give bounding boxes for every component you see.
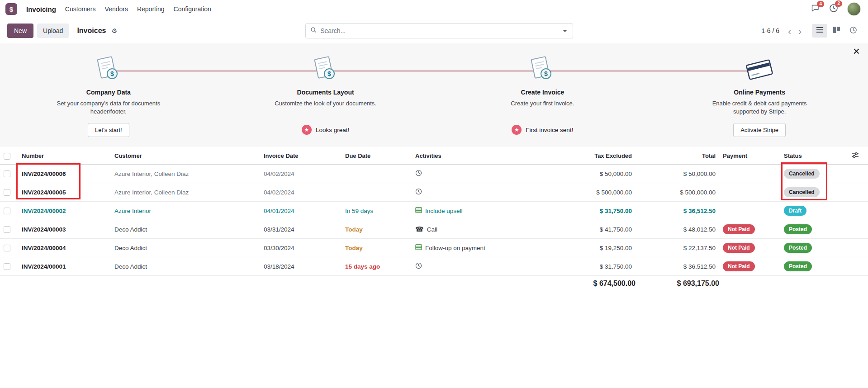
activate-stripe-button[interactable]: Activate Stripe bbox=[733, 123, 786, 137]
cell-invoice-date: 04/02/2024 bbox=[260, 183, 342, 202]
cell-activities[interactable]: ☎Call bbox=[412, 220, 525, 239]
cell-status: Cancelled bbox=[780, 183, 848, 202]
header-number[interactable]: Number bbox=[18, 147, 111, 165]
totals-row: $ 674,500.00 $ 693,175.00 bbox=[0, 276, 868, 291]
top-navbar: $ Invoicing Customers Vendors Reporting … bbox=[0, 0, 868, 18]
cell-activities[interactable]: Follow-up on payment bbox=[412, 239, 525, 257]
header-due-date[interactable]: Due Date bbox=[342, 147, 412, 165]
optional-columns-button[interactable] bbox=[848, 147, 868, 165]
kanban-view-button[interactable] bbox=[829, 24, 844, 38]
row-checkbox[interactable] bbox=[0, 183, 18, 202]
activities-badge: 2 bbox=[835, 0, 842, 7]
select-all-checkbox[interactable] bbox=[0, 147, 18, 165]
credit-card-icon bbox=[741, 52, 778, 84]
kanban-view-icon bbox=[833, 27, 840, 35]
cell-payment bbox=[719, 165, 780, 183]
table-row[interactable]: INV/2024/00004Deco Addict03/30/2024Today… bbox=[0, 239, 868, 257]
header-activities[interactable]: Activities bbox=[412, 147, 525, 165]
list-view-button[interactable] bbox=[812, 24, 827, 38]
cell-total: $ 36,512.50 bbox=[636, 202, 719, 220]
step-title: Documents Layout bbox=[297, 89, 354, 98]
upload-button[interactable]: Upload bbox=[37, 24, 69, 38]
table-row[interactable]: INV/2024/00006Azure Interior, Colleen Di… bbox=[0, 165, 868, 183]
table-row[interactable]: INV/2024/00003Deco Addict03/31/2024Today… bbox=[0, 220, 868, 239]
row-checkbox[interactable] bbox=[0, 239, 18, 257]
menu-customers[interactable]: Customers bbox=[65, 5, 96, 13]
svg-text:$: $ bbox=[327, 70, 331, 77]
cell-payment: Not Paid bbox=[719, 257, 780, 276]
close-icon[interactable]: × bbox=[853, 45, 860, 57]
search-input[interactable]: Search... bbox=[305, 23, 573, 38]
pager-next-button[interactable]: › bbox=[795, 26, 805, 36]
cell-tax-excluded: $ 500,000.00 bbox=[525, 183, 636, 202]
cell-total: $ 22,137.50 bbox=[636, 239, 719, 257]
pager-previous-button[interactable]: ‹ bbox=[785, 26, 794, 36]
search-dropdown-toggle[interactable] bbox=[557, 24, 573, 38]
header-status[interactable]: Status bbox=[780, 147, 848, 165]
messages-button[interactable]: 4 bbox=[811, 4, 820, 14]
cell-due-date: Today bbox=[342, 220, 412, 239]
cell-customer: Deco Addict bbox=[111, 257, 260, 276]
payment-badge: Not Paid bbox=[723, 243, 755, 253]
menu-vendors[interactable]: Vendors bbox=[105, 5, 128, 13]
header-customer[interactable]: Customer bbox=[111, 147, 260, 165]
step-description: Customize the look of your documents. bbox=[275, 99, 376, 118]
cell-number: INV/2024/00001 bbox=[18, 257, 111, 276]
star-icon: ★ bbox=[512, 125, 522, 135]
row-checkbox[interactable] bbox=[0, 165, 18, 183]
step-done-indicator: ★ Looks great! bbox=[302, 125, 349, 135]
row-checkbox[interactable] bbox=[0, 202, 18, 220]
step-description: Enable credit & debit card payments supp… bbox=[701, 99, 818, 118]
header-total[interactable]: Total bbox=[636, 147, 719, 165]
step-done-indicator: ★ First invoice sent! bbox=[512, 125, 573, 135]
header-tax-excluded[interactable]: Tax Excluded bbox=[525, 147, 636, 165]
cell-activities[interactable] bbox=[412, 165, 525, 183]
cell-activities[interactable] bbox=[412, 257, 525, 276]
step-done-label: First invoice sent! bbox=[526, 127, 573, 133]
cell-payment bbox=[719, 183, 780, 202]
cell-payment: Not Paid bbox=[719, 239, 780, 257]
document-dollar-icon: $ bbox=[525, 52, 560, 84]
user-avatar[interactable] bbox=[847, 2, 861, 16]
cell-status: Posted bbox=[780, 220, 848, 239]
table-row[interactable]: INV/2024/00005Azure Interior, Colleen Di… bbox=[0, 183, 868, 202]
onboarding-step-company-data: $ Company Data Set your company's data f… bbox=[0, 52, 217, 147]
cell-activities[interactable]: Include upsell bbox=[412, 202, 525, 220]
app-name[interactable]: Invoicing bbox=[26, 5, 56, 13]
activity-label: Call bbox=[427, 226, 437, 233]
step-title: Online Payments bbox=[734, 89, 785, 98]
cell-tax-excluded: $ 41,750.00 bbox=[525, 220, 636, 239]
status-badge: Cancelled bbox=[784, 169, 820, 179]
cell-status: Posted bbox=[780, 239, 848, 257]
activity-label: Include upsell bbox=[425, 208, 463, 214]
row-checkbox[interactable] bbox=[0, 220, 18, 239]
cell-total: $ 36,512.50 bbox=[636, 257, 719, 276]
cell-activities[interactable] bbox=[412, 183, 525, 202]
odoo-app-icon[interactable]: $ bbox=[5, 3, 17, 15]
status-badge: Posted bbox=[784, 224, 812, 234]
cell-customer: Azure Interior, Colleen Diaz bbox=[111, 165, 260, 183]
activities-button[interactable]: 2 bbox=[829, 4, 838, 14]
list-icon bbox=[415, 244, 422, 252]
list-icon bbox=[415, 207, 422, 215]
menu-reporting[interactable]: Reporting bbox=[137, 5, 165, 13]
page-title: Invoices bbox=[77, 27, 106, 35]
gear-icon[interactable]: ⚙ bbox=[111, 27, 117, 34]
activity-view-button[interactable] bbox=[845, 24, 861, 38]
header-payment[interactable]: Payment bbox=[719, 147, 780, 165]
header-invoice-date[interactable]: Invoice Date bbox=[260, 147, 342, 165]
menu-configuration[interactable]: Configuration bbox=[174, 5, 211, 13]
svg-text:$: $ bbox=[110, 70, 114, 77]
view-switcher bbox=[812, 24, 861, 38]
step-description: Set your company's data for documents he… bbox=[55, 99, 161, 118]
new-button[interactable]: New bbox=[7, 24, 33, 38]
cell-tax-excluded: $ 50,000.00 bbox=[525, 165, 636, 183]
cell-due-date: In 59 days bbox=[342, 202, 412, 220]
pager: 1-6 / 6 ‹ › bbox=[761, 26, 805, 36]
table-row[interactable]: INV/2024/00001Deco Addict03/18/202415 da… bbox=[0, 257, 868, 276]
table-row[interactable]: INV/2024/00002Azure Interior04/01/2024In… bbox=[0, 202, 868, 220]
cell-payment: Not Paid bbox=[719, 220, 780, 239]
lets-start-button[interactable]: Let's start! bbox=[88, 123, 129, 137]
row-checkbox[interactable] bbox=[0, 257, 18, 276]
onboarding-step-documents-layout: $ Documents Layout Customize the look of… bbox=[217, 52, 434, 147]
